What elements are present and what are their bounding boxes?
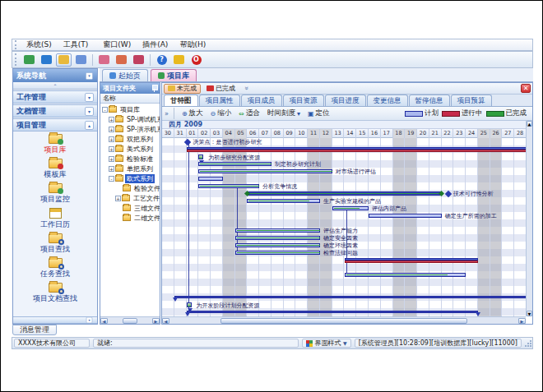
- tree-item-单把系列[interactable]: +单把系列: [100, 164, 160, 173]
- zoom-out-button[interactable]: ⊖缩小: [208, 108, 234, 119]
- sidebar-item-模板库[interactable]: 模板库: [44, 159, 67, 180]
- tree-item-SP-演示机系[interactable]: +SP-演示机系: [100, 124, 160, 134]
- folder-icon[interactable]: [56, 53, 72, 67]
- tree-column-header[interactable]: 名称: [100, 94, 160, 104]
- sidebar-item-任务查找[interactable]: 任务查找: [40, 258, 70, 279]
- pin-icon[interactable]: [151, 85, 157, 92]
- tree-scroll-thumb[interactable]: [123, 318, 137, 324]
- gantt-tab-项目属性[interactable]: 项目属性: [199, 95, 240, 106]
- gantt-tab-变更信息[interactable]: 变更信息: [367, 95, 408, 106]
- expand-icon[interactable]: +: [109, 136, 114, 142]
- sidebar-group-工作管理[interactable]: 工作管理▾: [13, 90, 97, 104]
- expand-icon[interactable]: +: [109, 127, 114, 132]
- gantt-task-bar[interactable]: [247, 199, 320, 203]
- gantt-task-marker[interactable]: [198, 154, 203, 159]
- doc-tab-起始页[interactable]: 起始页: [102, 69, 148, 81]
- tree-item-项目库[interactable]: -项目库: [100, 104, 160, 114]
- gantt-task-bar[interactable]: [345, 273, 466, 277]
- globe-icon[interactable]: [39, 53, 54, 67]
- menu-item[interactable]: 帮助(H): [174, 39, 211, 49]
- scroll-down-icon[interactable]: ▼: [527, 311, 532, 316]
- gantt-task-bar[interactable]: [332, 206, 369, 210]
- gantt-task-bar[interactable]: [198, 177, 223, 181]
- filter-more-chevron-icon[interactable]: »: [243, 86, 250, 90]
- expand-icon[interactable]: +: [109, 166, 114, 172]
- gantt-task-bar[interactable]: [198, 169, 332, 173]
- fit-button[interactable]: ⇔适合: [236, 108, 262, 119]
- gantt-task-bar[interactable]: [235, 251, 320, 255]
- expand-icon[interactable]: +: [109, 156, 114, 162]
- sidebar-item-项目查找[interactable]: 项目查找: [40, 233, 70, 255]
- gantt-task-bar[interactable]: [198, 184, 259, 188]
- sidebar-collapse-strip[interactable]: ⌃: [13, 82, 97, 90]
- message-management-tab[interactable]: 消息管理: [12, 325, 57, 335]
- window-icon[interactable]: [73, 53, 89, 67]
- filter-button-未完成[interactable]: 未完成: [164, 84, 201, 94]
- chevron-down-icon[interactable]: ▾: [85, 93, 94, 102]
- gantt-tab-项目资源[interactable]: 项目资源: [283, 95, 324, 106]
- doc-tab-项目库[interactable]: 项目库: [151, 69, 197, 81]
- sidebar-item-项目库[interactable]: 项目库: [44, 134, 67, 155]
- gantt-summary-bar[interactable]: [187, 311, 478, 313]
- gantt-task-bar[interactable]: [198, 162, 272, 166]
- sidebar-item-工作日历[interactable]: 工作日历: [40, 208, 70, 230]
- gantt-vertical-scrollbar[interactable]: ▲ ▼: [526, 121, 532, 316]
- tree-item-三维文件[interactable]: 三维文件: [100, 203, 160, 213]
- expand-icon[interactable]: +: [115, 196, 121, 201]
- tree-item-检验标准[interactable]: +检验标准: [100, 154, 160, 164]
- sidebar-partial-group[interactable]: ▾: [13, 316, 97, 324]
- sidebar-menu-button[interactable]: ▾: [86, 72, 93, 80]
- locate-button[interactable]: ▣定位: [305, 108, 332, 119]
- tree-item-二维文件[interactable]: 二维文件: [100, 213, 160, 223]
- gantt-scroll-thumb[interactable]: [220, 318, 467, 324]
- tree-item-欧式系列[interactable]: -欧式系列: [100, 173, 160, 183]
- gantt-tab-项目预算[interactable]: 项目预算: [451, 95, 492, 106]
- tree-item-工艺文件[interactable]: +工艺文件: [100, 193, 160, 203]
- lock-icon[interactable]: [171, 53, 187, 67]
- gantt-tab-暂停信息[interactable]: 暂停信息: [409, 95, 450, 106]
- menu-item[interactable]: 系统(S): [21, 39, 58, 49]
- sidebar-item-项目文档查找[interactable]: 项目文档查找: [33, 283, 77, 304]
- tree-item-SP-调试机系[interactable]: +SP-调试机系: [100, 114, 160, 124]
- gantt-task-bar[interactable]: [235, 243, 320, 247]
- chevron-up-icon[interactable]: ▴: [85, 121, 94, 130]
- tree-item-双把系列[interactable]: +双把系列: [100, 134, 160, 144]
- gantt-tab-项目成员[interactable]: 项目成员: [241, 95, 282, 106]
- sidebar-group-项目管理[interactable]: 项目管理▴: [13, 118, 97, 131]
- scroll-left-icon[interactable]: ◀: [100, 318, 108, 324]
- report-view-icon[interactable]: [114, 53, 129, 67]
- collapse-icon[interactable]: -: [102, 107, 108, 113]
- resize-grip[interactable]: [525, 339, 532, 347]
- gantt-summary-complete-bar[interactable]: [247, 191, 441, 196]
- monitor-icon[interactable]: [21, 53, 37, 67]
- scroll-left-icon[interactable]: ◀: [162, 318, 169, 324]
- collapse-icon[interactable]: -: [109, 176, 114, 182]
- gantt-tab-项目进度[interactable]: 项目进度: [325, 95, 366, 106]
- gantt-summary-inprogress-bar[interactable]: [187, 150, 526, 152]
- gantt-tab-甘特图[interactable]: 甘特图: [164, 95, 198, 106]
- menu-item[interactable]: 窗口(W): [97, 39, 137, 49]
- tree-horizontal-scrollbar[interactable]: ◀ ▶: [100, 316, 160, 324]
- sidebar-group-文档管理[interactable]: 文档管理▾: [13, 104, 97, 118]
- gantt-task-marker[interactable]: [187, 302, 192, 307]
- chevron-down-icon[interactable]: ▾: [85, 107, 94, 116]
- scroll-right-icon[interactable]: ▶: [518, 318, 526, 324]
- tree-item-检验文件[interactable]: 检验文件: [100, 183, 160, 193]
- close-icon[interactable]: ✕: [521, 84, 531, 93]
- report-new-icon[interactable]: [96, 53, 112, 67]
- interface-style-dropdown[interactable]: 界面样式 ▼: [302, 339, 350, 348]
- stop-icon[interactable]: O: [188, 53, 204, 67]
- scroll-right-icon[interactable]: ▶: [152, 318, 160, 324]
- menu-item[interactable]: 工具(T): [58, 39, 95, 49]
- gantt-summary-inprogress-bar[interactable]: [345, 261, 478, 263]
- expand-icon[interactable]: +: [109, 117, 114, 122]
- report-del-icon[interactable]: [131, 53, 146, 67]
- menu-item[interactable]: 插件(A): [137, 39, 174, 49]
- gantt-task-bar[interactable]: [369, 214, 442, 218]
- filter-button-已完成[interactable]: 已完成: [202, 84, 239, 94]
- expand-icon[interactable]: +: [109, 146, 114, 152]
- sidebar-item-项目监控[interactable]: 项目监控: [40, 183, 70, 205]
- gantt-summary-bar[interactable]: [174, 296, 526, 298]
- tree-item-美式系列[interactable]: +美式系列: [100, 144, 160, 154]
- gantt-horizontal-scrollbar[interactable]: ◀ ▶: [162, 316, 526, 324]
